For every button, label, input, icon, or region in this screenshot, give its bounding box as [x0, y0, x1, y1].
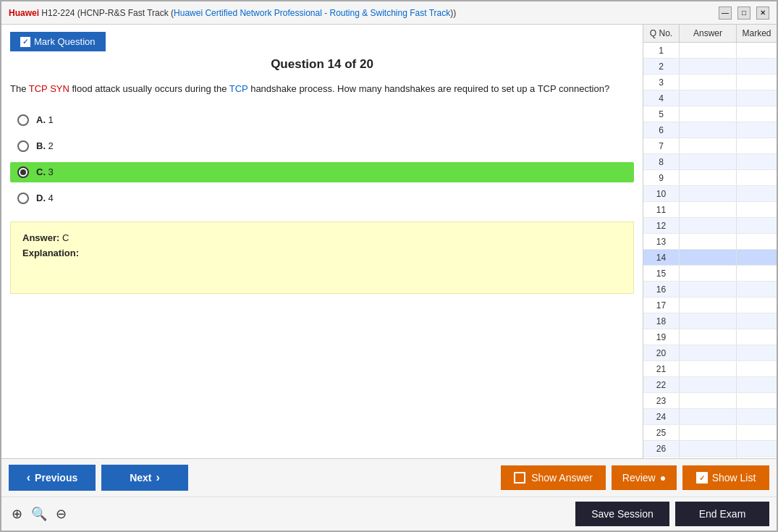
col-marked: Marked [737, 25, 777, 42]
window-title: Huawei H12-224 (HCNP-R&S Fast Track (Hua… [9, 8, 456, 18]
q-row-marked-19 [737, 329, 777, 345]
question-list-row-24[interactable]: 24 [643, 409, 777, 425]
question-list-row-22[interactable]: 22 [643, 377, 777, 393]
q-row-answer-19 [680, 329, 737, 345]
q-row-number-22: 22 [643, 377, 680, 392]
question-list-row-20[interactable]: 20 [643, 345, 777, 361]
q-row-answer-14 [680, 250, 737, 265]
question-list[interactable]: 1234567891011121314151617181920212223242… [643, 43, 777, 458]
q-row-number-21: 21 [643, 361, 680, 376]
q-row-number-6: 6 [643, 122, 680, 138]
review-dot-icon: ● [660, 472, 666, 484]
question-list-row-18[interactable]: 18 [643, 313, 777, 329]
left-panel: Mark Question Question 14 of 20 The TCP … [1, 25, 643, 458]
question-list-row-15[interactable]: 15 [643, 266, 777, 282]
previous-label: Previous [35, 472, 77, 484]
q-row-marked-17 [737, 297, 777, 313]
question-list-row-7[interactable]: 7 [643, 138, 777, 154]
question-list-row-6[interactable]: 6 [643, 122, 777, 138]
mark-question-button[interactable]: Mark Question [10, 32, 106, 51]
option-a-label: A. 1 [36, 114, 54, 125]
zoom-group: ⊕ 🔍 ⊖ [9, 504, 69, 523]
question-list-row-11[interactable]: 11 [643, 202, 777, 218]
question-list-row-4[interactable]: 4 [643, 90, 777, 106]
q-row-number-26: 26 [643, 441, 680, 456]
q-row-marked-15 [737, 266, 777, 281]
q-row-answer-13 [680, 234, 737, 249]
minimize-button[interactable]: — [719, 7, 732, 20]
col-qno: Q No. [643, 25, 680, 42]
show-answer-button[interactable]: Show Answer [501, 465, 606, 490]
q-row-marked-26 [737, 441, 777, 456]
bottom-rows: ‹ Previous Next › Show Answer Review ● ✓… [1, 458, 777, 531]
question-list-row-13[interactable]: 13 [643, 234, 777, 250]
end-exam-button[interactable]: End Exam [675, 502, 769, 526]
previous-button[interactable]: ‹ Previous [9, 465, 96, 491]
q-row-marked-11 [737, 202, 777, 217]
title-suffix: )) [450, 8, 456, 18]
option-a[interactable]: A. 1 [10, 110, 634, 130]
question-list-row-12[interactable]: 12 [643, 218, 777, 234]
review-label: Review [622, 472, 656, 484]
close-button[interactable]: ✕ [756, 7, 769, 20]
q-row-answer-22 [680, 377, 737, 392]
question-list-row-10[interactable]: 10 [643, 186, 777, 202]
option-b[interactable]: B. 2 [10, 136, 634, 156]
question-list-row-5[interactable]: 5 [643, 106, 777, 122]
q-row-answer-2 [680, 59, 737, 74]
end-exam-label: End Exam [699, 508, 746, 520]
question-list-row-17[interactable]: 17 [643, 297, 777, 313]
q-row-number-8: 8 [643, 154, 680, 169]
question-list-row-3[interactable]: 3 [643, 75, 777, 90]
q-row-answer-4 [680, 90, 737, 106]
right-panel: Q No. Answer Marked 12345678910111213141… [643, 25, 777, 458]
next-arrow-icon: › [156, 471, 160, 484]
question-list-row-16[interactable]: 16 [643, 282, 777, 297]
q-row-answer-25 [680, 425, 737, 440]
q-row-marked-12 [737, 218, 777, 233]
question-list-row-2[interactable]: 2 [643, 59, 777, 75]
save-session-button[interactable]: Save Session [575, 502, 669, 526]
option-a-radio [17, 114, 29, 126]
question-list-row-23[interactable]: 23 [643, 393, 777, 409]
review-button[interactable]: Review ● [612, 465, 677, 490]
question-list-row-25[interactable]: 25 [643, 425, 777, 441]
q-row-number-18: 18 [643, 313, 680, 329]
question-list-row-19[interactable]: 19 [643, 329, 777, 345]
q-row-answer-9 [680, 170, 737, 185]
question-list-row-8[interactable]: 8 [643, 154, 777, 170]
title-bar: Huawei H12-224 (HCNP-R&S Fast Track (Hua… [1, 1, 777, 25]
show-list-label: Show List [712, 472, 756, 484]
explanation-line: Explanation: [22, 248, 622, 258]
q-row-answer-26 [680, 441, 737, 456]
mark-checkbox-icon [20, 37, 30, 47]
question-list-row-1[interactable]: 1 [643, 43, 777, 59]
previous-arrow-icon: ‹ [27, 471, 30, 484]
options-list: A. 1 B. 2 C. 3 D. 4 [10, 110, 634, 208]
q-row-marked-10 [737, 186, 777, 201]
q-row-marked-21 [737, 361, 777, 376]
zoom-in-button[interactable]: ⊕ [9, 504, 25, 523]
question-list-row-9[interactable]: 9 [643, 170, 777, 186]
question-list-row-14[interactable]: 14 [643, 250, 777, 266]
q-row-answer-10 [680, 186, 737, 201]
toolbar: Mark Question [10, 32, 634, 51]
q-row-marked-4 [737, 90, 777, 106]
q-row-number-3: 3 [643, 75, 680, 90]
show-list-button[interactable]: ✓ Show List [682, 465, 769, 490]
zoom-reset-button[interactable]: 🔍 [28, 504, 50, 523]
q-row-marked-16 [737, 282, 777, 297]
option-d[interactable]: D. 4 [10, 188, 634, 208]
right-buttons: Save Session End Exam [575, 502, 769, 526]
question-list-row-21[interactable]: 21 [643, 361, 777, 377]
q-row-answer-8 [680, 154, 737, 169]
highlight-tcp: TCP SYN [29, 83, 69, 94]
q-row-answer-18 [680, 313, 737, 329]
option-c[interactable]: C. 3 [10, 162, 634, 182]
q-row-number-14: 14 [643, 250, 680, 265]
zoom-out-button[interactable]: ⊖ [53, 504, 69, 523]
maximize-button[interactable]: □ [737, 7, 750, 20]
q-row-marked-7 [737, 138, 777, 153]
question-list-row-26[interactable]: 26 [643, 441, 777, 457]
next-button[interactable]: Next › [101, 465, 188, 491]
